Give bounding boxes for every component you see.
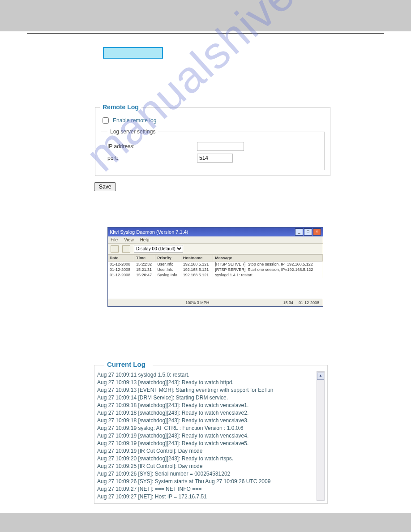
table-cell: 01-12-2008 (108, 262, 134, 267)
log-line: Aug 27 10:09:18 [swatchdog][243]: Ready … (97, 402, 315, 409)
kiwi-toolbar: Display 00 (Default) (108, 244, 323, 254)
log-line: Aug 27 10:09:19 [swatchdog][243]: Ready … (97, 432, 315, 440)
scroll-up-icon[interactable]: ▲ (317, 373, 324, 380)
current-log-legend: Current Log (104, 360, 148, 368)
table-row[interactable]: 01-12-200815:21:31User.Info192.168.5.121… (108, 267, 323, 272)
log-line: Aug 27 10:09:11 syslogd 1.5.0: restart. (97, 371, 315, 379)
current-log-content: Aug 27 10:09:11 syslogd 1.5.0: restart.A… (97, 371, 315, 501)
toolbar-button-2[interactable] (122, 245, 130, 253)
table-cell: 192.168.5.121 (181, 267, 213, 272)
col-hostname[interactable]: Hostname (181, 255, 213, 262)
log-line: Aug 27 10:09:19 [swatchdog][243]: Ready … (97, 440, 315, 447)
log-line: Aug 27 10:09:18 [swatchdog][243]: Ready … (97, 417, 315, 425)
toolbar-button-1[interactable] (111, 245, 119, 253)
table-cell: 01-12-2008 (108, 272, 134, 278)
col-time[interactable]: Time (134, 255, 155, 262)
display-select[interactable]: Display 00 (Default) (134, 245, 183, 253)
kiwi-title-bar: Kiwi Syslog Daemon (Version 7.1.4) _ □ × (108, 227, 323, 236)
ip-address-label: IP address: (107, 143, 184, 150)
log-server-settings-fieldset: Log server settings IP address: port: (101, 129, 325, 170)
table-cell: 15:20:47 (134, 272, 155, 278)
kiwi-log-table: Date Time Priority Hostname Message 01-1… (108, 254, 323, 299)
col-date[interactable]: Date (108, 255, 134, 262)
kiwi-status-bar: 100% 3 MPH 15:34 01-12-2008 (108, 299, 323, 306)
current-log-panel: Current Log Aug 27 10:09:11 syslogd 1.5.… (94, 365, 328, 504)
status-mid: 100% 3 MPH (111, 300, 283, 305)
log-line: Aug 27 10:09:19 syslog: AI_CTRL : Functi… (97, 425, 315, 432)
remote-log-legend: Remote Log (100, 103, 141, 111)
status-date: 01-12-2008 (299, 300, 319, 305)
log-line: Aug 27 10:09:25 [IR Cut Control]: Day mo… (97, 463, 315, 470)
table-cell: 15:21:31 (134, 267, 155, 272)
log-line: Aug 27 10:09:27 [NET]: Host IP = 172.16.… (97, 493, 315, 501)
log-line: Aug 27 10:09:13 [swatchdog][243]: Ready … (97, 379, 315, 386)
enable-remote-log-checkbox[interactable] (103, 117, 109, 124)
header-bar (0, 0, 411, 31)
enable-remote-log-label: Enable remote log (113, 117, 156, 124)
col-message[interactable]: Message (213, 255, 323, 262)
table-cell: User.Info (155, 262, 181, 267)
table-cell: [RTSP SERVER]: Stop one session, IP=192.… (213, 262, 323, 267)
kiwi-window: Kiwi Syslog Daemon (Version 7.1.4) _ □ ×… (107, 227, 323, 307)
log-line: Aug 27 10:09:18 [swatchdog][243]: Ready … (97, 409, 315, 417)
menu-file[interactable]: File (111, 237, 118, 242)
minimize-icon[interactable]: _ (295, 228, 303, 236)
port-input[interactable] (197, 154, 233, 163)
table-row[interactable]: 01-12-200815:20:47Syslog.Info192.168.5.1… (108, 272, 323, 278)
table-cell: Syslog.Info (155, 272, 181, 278)
table-cell: syslogd 1.4.1: restart. (213, 272, 323, 278)
close-icon[interactable]: × (313, 228, 321, 236)
kiwi-title-text: Kiwi Syslog Daemon (Version 7.1.4) (110, 229, 188, 235)
remote-log-fieldset: Remote Log Enable remote log Log server … (95, 103, 330, 176)
highlight-box (103, 47, 163, 59)
log-line: Aug 27 10:09:20 [swatchdog][243]: Ready … (97, 455, 315, 463)
maximize-icon[interactable]: □ (304, 228, 312, 236)
log-server-settings-legend: Log server settings (107, 129, 158, 135)
save-button[interactable]: Save (94, 182, 116, 191)
table-cell: User.Info (155, 267, 181, 272)
kiwi-menu-bar: File View Help (108, 236, 323, 244)
table-cell: 192.168.5.121 (181, 262, 213, 267)
log-line: Aug 27 10:09:27 [NET]: === NET INFO === (97, 485, 315, 493)
table-cell: 01-12-2008 (108, 267, 134, 272)
table-header-row: Date Time Priority Hostname Message (108, 255, 323, 262)
log-line: Aug 27 10:09:26 [SYS]: Serial number = 0… (97, 470, 315, 478)
col-priority[interactable]: Priority (155, 255, 181, 262)
log-line: Aug 27 10:09:19 [IR Cut Control]: Day mo… (97, 447, 315, 455)
status-time: 15:34 (283, 300, 293, 305)
scrollbar[interactable]: ▲ (317, 371, 325, 501)
table-cell: 15:21:32 (134, 262, 155, 267)
menu-view[interactable]: View (124, 237, 134, 242)
ip-address-input[interactable] (197, 142, 244, 151)
port-label: port: (107, 155, 184, 161)
log-line: Aug 27 10:09:26 [SYS]: System starts at … (97, 478, 315, 485)
log-line: Aug 27 10:09:14 [DRM Service]: Starting … (97, 394, 315, 402)
table-cell: 192.168.5.121 (181, 272, 213, 278)
log-line: Aug 27 10:09:13 [EVENT MGR]: Starting ev… (97, 386, 315, 394)
footer-bar (0, 513, 411, 532)
table-cell: [RTSP SERVER]: Start one session, IP=192… (213, 267, 323, 272)
table-row[interactable]: 01-12-200815:21:32User.Info192.168.5.121… (108, 262, 323, 267)
menu-help[interactable]: Help (140, 237, 150, 242)
